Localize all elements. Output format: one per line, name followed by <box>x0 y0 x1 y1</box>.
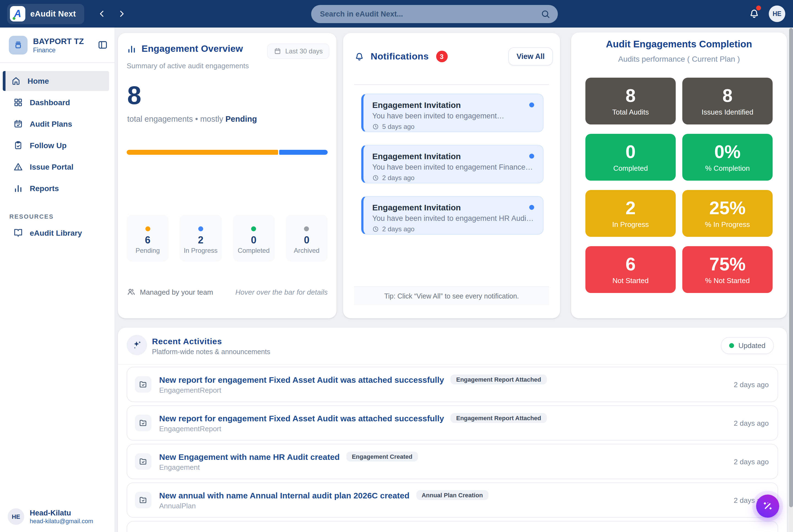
engagement-status-bar[interactable] <box>127 150 328 155</box>
total-engagements-value: 8 <box>127 82 141 108</box>
org-switcher[interactable]: BAYPORT TZ Finance <box>0 27 115 63</box>
audit-completion-card: Audit Engagements Completion Audits perf… <box>571 33 787 318</box>
sidebar-user[interactable]: HE Head-Kilatu head-kilatu@gmail.com <box>8 508 93 525</box>
bar-segment-pending[interactable] <box>127 150 278 155</box>
notification-dot <box>756 5 761 11</box>
dashboard-icon <box>13 97 23 108</box>
chevron-left-icon[interactable] <box>97 10 106 18</box>
activity-row[interactable]: New report for engagement Fixed Asset Au… <box>127 405 778 441</box>
green-dot <box>729 343 734 348</box>
status-dot <box>198 226 203 231</box>
sparkles-icon <box>127 335 147 355</box>
activity-badge: Annual Plan Creation <box>416 490 488 500</box>
sidebar-item-label: Home <box>27 77 49 86</box>
folder-check-icon <box>135 453 151 470</box>
ai-assistant-fab[interactable] <box>756 495 779 518</box>
sidebar-item-reports[interactable]: Reports <box>5 178 109 198</box>
updated-badge: Updated <box>721 337 774 354</box>
app-root: A eAudit Next HE BAYPORT TZ <box>0 0 793 532</box>
tile-completed: 0Completed <box>585 134 676 180</box>
notifications-card: Notifications 3 View All Engagement Invi… <box>343 33 560 318</box>
footer-note: Managed by your team <box>140 288 213 296</box>
stat-pending: 6 Pending <box>127 215 169 262</box>
clock-icon <box>372 226 379 232</box>
search-input[interactable] <box>319 10 541 19</box>
tile-not-started: 6Not Started <box>585 246 676 293</box>
user-email: head-kilatu@gmail.com <box>30 518 93 524</box>
activity-time: 2 days ago <box>734 419 769 427</box>
sidebar-item-label: eAudit Library <box>30 229 82 238</box>
divider <box>118 364 787 365</box>
tile-pct-not-started: 75%% Not Started <box>682 246 773 293</box>
period-chip[interactable]: Last 30 days <box>267 43 329 59</box>
recent-activities-panel: Recent Activities Platform-wide notes & … <box>118 328 787 532</box>
resources-heading: RESOURCES <box>9 213 115 220</box>
view-all-button[interactable]: View All <box>508 48 553 65</box>
bell-icon[interactable] <box>748 8 760 19</box>
activity-row[interactable]: New Engagement with name HR Audit create… <box>127 444 778 479</box>
tile-in-progress: 2In Progress <box>585 190 676 237</box>
total-engagements-caption: total engagements • mostly Pending <box>127 115 257 124</box>
tile-pct-completion: 0%% Completion <box>682 134 773 180</box>
sidebar-item-label: Dashboard <box>30 98 70 107</box>
sidebar-item-audit-plans[interactable]: Audit Plans <box>5 114 109 134</box>
activity-time: 2 days ago <box>734 457 769 466</box>
card-subtitle: Audits performance ( Current Plan ) <box>571 55 787 63</box>
status-dot <box>145 226 150 231</box>
sidebar-item-home[interactable]: Home <box>3 71 109 91</box>
panel-subtitle: Platform-wide notes & announcements <box>152 348 270 356</box>
org-icon <box>9 36 27 55</box>
activity-row-partial[interactable] <box>127 521 778 532</box>
avatar[interactable]: HE <box>769 5 785 22</box>
folder-check-icon <box>135 376 151 393</box>
clock-icon <box>372 124 379 130</box>
activity-badge: Engagement Created <box>346 452 418 461</box>
footer-hint: Hover over the bar for details <box>235 288 328 296</box>
bar-segment-in-progress[interactable] <box>279 150 328 155</box>
sidebar-item-follow-up[interactable]: Follow Up <box>5 135 109 155</box>
activity-badge: Engagement Report Attached <box>451 375 546 384</box>
card-title: Audit Engagements Completion <box>571 39 787 50</box>
sidebar-item-label: Reports <box>30 184 59 193</box>
org-name: BAYPORT TZ <box>33 37 84 46</box>
tile-pct-in-progress: 25%% In Progress <box>682 190 773 237</box>
stat-in-progress: 2 In Progress <box>180 215 222 262</box>
divider <box>354 84 549 85</box>
top-bar: A eAudit Next HE <box>0 0 793 27</box>
bell-icon <box>354 51 365 62</box>
notification-item[interactable]: Engagement Invitation You have been invi… <box>361 94 544 132</box>
chevron-right-icon[interactable] <box>117 10 126 18</box>
app-name: eAudit Next <box>30 10 76 18</box>
folder-check-icon <box>135 492 151 508</box>
global-search[interactable] <box>311 5 558 23</box>
activity-row[interactable]: New report for engagement Fixed Asset Au… <box>127 367 778 402</box>
engagement-overview-card: Engagement Overview Last 30 days Summary… <box>118 33 336 318</box>
completion-grid: 8Total Audits 8Issues Identified 0Comple… <box>585 78 773 293</box>
sidebar-item-label: Follow Up <box>30 141 66 150</box>
notification-item[interactable]: Engagement Invitation You have been invi… <box>361 145 544 184</box>
tile-total-audits: 8Total Audits <box>585 78 676 125</box>
notification-list: Engagement Invitation You have been invi… <box>361 94 544 247</box>
stat-completed: 0 Completed <box>233 215 275 262</box>
panel-collapse-icon[interactable] <box>97 40 108 50</box>
app-logo[interactable]: A eAudit Next <box>7 4 84 24</box>
sidebar-item-label: Audit Plans <box>30 119 72 128</box>
tile-issues-identified: 8Issues Identified <box>682 78 773 125</box>
reports-icon <box>13 184 23 193</box>
card-title: Engagement Overview <box>141 43 243 55</box>
sidebar-item-issue-portal[interactable]: Issue Portal <box>5 157 109 177</box>
search-icon[interactable] <box>541 10 550 19</box>
card-subtitle: Summary of active audit engagements <box>127 62 249 70</box>
issue-portal-icon <box>13 162 23 172</box>
main-content: Engagement Overview Last 30 days Summary… <box>115 27 793 532</box>
scrollbar-thumb[interactable] <box>789 28 793 507</box>
stat-archived: 0 Archived <box>286 215 328 262</box>
activity-row[interactable]: New annual with name Annual Internal aud… <box>127 482 778 518</box>
home-icon <box>11 76 21 86</box>
sidebar-item-dashboard[interactable]: Dashboard <box>5 93 109 112</box>
sidebar-item-eaudit-library[interactable]: eAudit Library <box>5 223 109 243</box>
follow-up-icon <box>13 140 23 150</box>
library-icon <box>13 228 23 238</box>
bar-chart-icon <box>127 44 137 54</box>
notification-item[interactable]: Engagement Invitation You have been invi… <box>361 196 544 234</box>
